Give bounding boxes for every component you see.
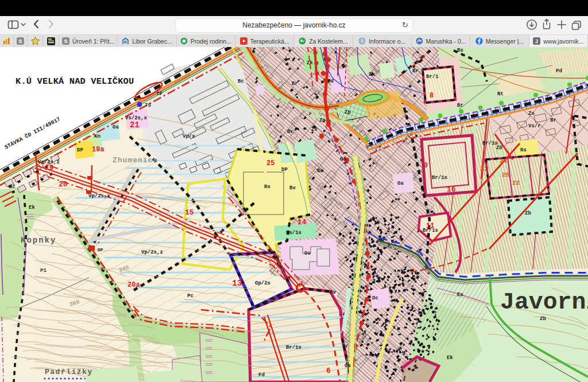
svg-text:Os: Os [345, 363, 351, 369]
svg-text:Bc: Bc [238, 79, 244, 84]
svg-text:Bv: Bv [289, 185, 296, 191]
svg-text:Br/1s: Br/1s [286, 345, 301, 350]
svg-text:Fd: Fd [258, 372, 265, 378]
svg-text:9: 9 [424, 162, 428, 170]
svg-text:Br: Br [550, 118, 556, 123]
svg-text:Op/2s: Op/2s [255, 280, 270, 286]
svg-text:ZD: ZD [496, 145, 502, 151]
svg-text:Br: Br [412, 68, 419, 74]
svg-text:Zp: Zp [345, 110, 351, 115]
svg-text:19a: 19a [92, 146, 105, 154]
svg-text:20a: 20a [127, 281, 140, 289]
svg-text:Zs: Zs [528, 111, 535, 116]
svg-text:22: 22 [512, 180, 520, 186]
svg-text:Padřlížky: Padřlížky [45, 368, 93, 376]
svg-text:Kn: Kn [94, 134, 100, 139]
svg-text:Zb: Zb [525, 211, 531, 216]
svg-text:Es: Es [457, 292, 463, 298]
svg-text:25: 25 [266, 159, 274, 167]
svg-text:Vp/2s,x: Vp/2s,x [88, 193, 110, 199]
svg-text:Vs/2s,ž: Vs/2s,ž [38, 159, 60, 165]
svg-text:Zhumenice: Zhumenice [113, 156, 158, 165]
svg-text:13: 13 [232, 279, 242, 289]
svg-text:Zp: Zp [319, 118, 326, 123]
svg-text:Oa: Oa [397, 181, 404, 186]
svg-text:Os: Os [304, 251, 311, 256]
svg-text:Br/1s: Br/1s [423, 228, 438, 233]
svg-text:Zk: Zk [307, 60, 313, 66]
svg-text:20: 20 [59, 180, 68, 189]
svg-text:Br/1s: Br/1s [432, 175, 447, 181]
svg-text:J: J [535, 38, 538, 44]
svg-text:Bc: Bc [317, 168, 323, 174]
svg-text:Nt: Nt [497, 91, 504, 97]
svg-text:16: 16 [447, 185, 456, 194]
svg-text:Br: Br [342, 344, 349, 349]
svg-text:Br: Br [292, 81, 298, 87]
svg-text:Br: Br [457, 103, 463, 108]
svg-text:Br: Br [287, 129, 293, 135]
svg-text:Ek: Ek [447, 355, 453, 361]
svg-text:Rs: Rs [264, 184, 270, 190]
svg-text:S: S [64, 38, 67, 44]
svg-text:P1: P1 [40, 268, 47, 274]
svg-text:Bv: Bv [330, 290, 336, 295]
svg-text:Ek: Ek [29, 205, 35, 211]
svg-text:Br/1: Br/1 [426, 74, 439, 80]
svg-text:S: S [18, 38, 22, 44]
svg-text:24: 24 [500, 158, 508, 165]
svg-text:Zk: Zk [369, 72, 375, 77]
svg-text:7S: 7S [145, 103, 151, 108]
svg-text:23: 23 [480, 165, 488, 173]
svg-text:Kopnky: Kopnky [21, 236, 56, 245]
svg-text:Pc: Pc [187, 293, 194, 299]
svg-text:DP: DP [77, 147, 83, 153]
svg-text:Vp/2s,z: Vp/2s,z [141, 250, 163, 255]
svg-text:Bs: Bs [457, 48, 463, 53]
svg-text:K.Ú VELKÁ NAD VELIČKOU: K.Ú VELKÁ NAD VELIČKOU [16, 76, 134, 87]
svg-text:21: 21 [130, 120, 140, 130]
svg-text:25: 25 [502, 171, 510, 178]
svg-text:Br/1s: Br/1s [482, 141, 498, 146]
svg-text:DP: DP [98, 247, 103, 252]
svg-text:6: 6 [326, 367, 331, 375]
svg-text:Oc: Oc [372, 295, 378, 301]
svg-text:Rs: Rs [520, 147, 527, 153]
svg-text:15: 15 [185, 208, 194, 217]
svg-text:Vp/x: Vp/x [183, 134, 195, 139]
svg-text:Dd: Dd [327, 79, 334, 84]
svg-text:Oa: Oa [340, 157, 346, 162]
svg-text:R: R [124, 40, 127, 45]
svg-text:TF: TF [156, 91, 163, 97]
svg-text:Oa: Oa [113, 124, 119, 130]
svg-text:Rs/1s: Rs/1s [286, 230, 301, 236]
svg-text:14: 14 [297, 218, 307, 227]
svg-text:Pd: Pd [556, 68, 562, 74]
svg-text:Zb: Zb [540, 316, 546, 322]
svg-text:Vs/2s,x: Vs/2s,x [125, 115, 147, 121]
svg-text:DP: DP [281, 167, 288, 173]
svg-text:Javorní: Javorní [500, 289, 588, 315]
svg-text:8: 8 [430, 92, 434, 100]
svg-text:Zv: Zv [311, 127, 318, 132]
svg-text:Vs/r: Vs/r [528, 123, 541, 129]
